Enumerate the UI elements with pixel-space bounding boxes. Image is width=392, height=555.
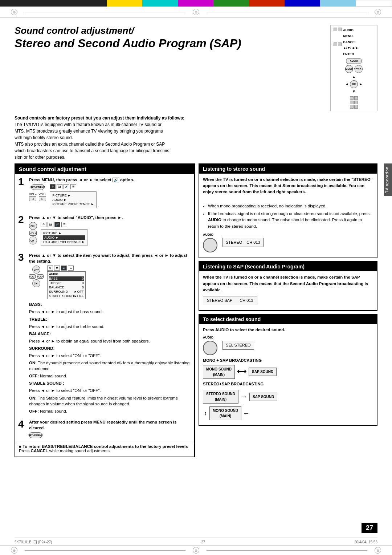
remote-menu-btn[interactable]: MENU: [345, 65, 353, 73]
icon3-4: ☰: [68, 266, 74, 271]
step-3-content: Press ▲ or ▼ to select the item you want…: [29, 252, 191, 416]
step-4-text: After your desired setting press MENU re…: [29, 420, 176, 430]
bottom-reg-left: ⊕: [11, 547, 17, 554]
bottom-reg-center: ⊕: [193, 547, 199, 554]
magenta-block: [178, 0, 213, 7]
step-2-menu: ⚙ 🖼 🔊 ☰ PICTURE ► AUDIO ► PICTURE PREFER…: [41, 222, 87, 247]
step-3-ch-down[interactable]: CH–: [32, 279, 40, 287]
settings-descriptions: BASS: Press ◄ or ► to adjust the bass so…: [29, 301, 191, 414]
right-column: Listening to stereo sound When the TV is…: [199, 163, 377, 457]
tv-operation-label: TV operation: [384, 163, 392, 196]
white-block: [356, 0, 392, 7]
menu-picture: PICTURE ►: [52, 193, 94, 198]
mono-sap-section: MONO + SAP BROADCASTING MONO SOUND(MAIN)…: [203, 357, 373, 379]
step-4-setup-btn[interactable]: SETUP/MENU: [29, 432, 42, 438]
stereo-audio-btn[interactable]: [203, 238, 217, 252]
step-4-content: After your desired setting press MENU re…: [29, 419, 191, 438]
select-sound-box: To select desired sound Press AUDIO to s…: [199, 314, 377, 426]
left-section-header: Sound control adjustment: [15, 164, 194, 174]
sel-stereo-display: SEL STEREO: [222, 341, 254, 350]
step-4-btn: SETUP/MENU: [29, 432, 191, 438]
step-4: 4 After your desired setting press MENU …: [15, 419, 194, 438]
stereo-bullets: When mono broadcasting is received, no i…: [203, 203, 373, 230]
stable-off: OFF:: [29, 409, 39, 413]
intro-line5: which broadcasters can use to transmit a…: [15, 147, 377, 154]
icon-4: ☰: [70, 184, 76, 189]
main-content: Sound control adjustment/ Stereo and Sec…: [0, 18, 392, 465]
sap-para1: When the TV is turned on or a channel se…: [203, 275, 368, 292]
top-color-bar: [0, 0, 392, 7]
setting-treble: TREBLE0: [49, 281, 84, 285]
remote-audio-btn[interactable]: AUDIO: [346, 58, 362, 64]
mono-sap-flow: MONO SOUND(MAIN) ⟷ SAP SOUND: [203, 365, 373, 379]
step-2-menu-screen: PICTURE ► AUDIO ► PICTURE PREFERENCE ►: [41, 229, 87, 246]
title-section: Sound control adjustment/ Stereo and Sec…: [15, 25, 377, 111]
icon-2: 🖼: [57, 184, 62, 189]
surround-off-desc: Normal sound.: [40, 374, 67, 378]
remote-enter-btn[interactable]: OK: [350, 80, 358, 88]
balance-desc: Press ◄ or ► to obtain an equal sound le…: [29, 338, 191, 344]
menu-picture-pref: PICTURE PREFERENCE ►: [52, 202, 94, 206]
step-1-content: Press MENU, then press ◄ or ► to select …: [29, 177, 191, 211]
lightblue-block: [320, 0, 356, 7]
stereo-sap-flow-top: STEREO SOUND(MAIN) → SAP SOUND: [203, 390, 373, 404]
stereo-para1: When the TV is turned on or a channel se…: [203, 177, 372, 194]
stereo-bullet-2: If the broadcast signal is not strong en…: [208, 211, 373, 230]
step-2-text: Press ▲ or ▼ to select "AUDIO", then pre…: [29, 215, 191, 220]
stereo-sap-flow-bottom: ↕ MONO SOUND(MAIN) ←: [203, 406, 373, 420]
menu2-picture-pref: PICTURE PREFERENCE ►: [43, 240, 85, 244]
intro-bold: Sound controls are factory preset but yo…: [15, 116, 184, 121]
title-italic: Sound control adjustment/: [15, 25, 323, 36]
footer: 5K70101B [E] (P24-27) 27 20/4/04, 15:53: [15, 538, 377, 544]
stereo-audio-display: AUDIO STEREO CH 013: [203, 232, 373, 253]
stable-desc1: Press ◄ or ► to select "ON" or "OFF".: [29, 388, 191, 393]
setting-stable: STABLE SOUND►OFF: [49, 294, 84, 298]
intro-line3: with high fidelity stereo sound.: [15, 134, 377, 141]
select-audio-btn[interactable]: [203, 341, 217, 355]
step-1-number: 1: [18, 177, 25, 187]
reg-mark-right: ⊕: [375, 9, 381, 15]
sel-stereo-text: SEL STEREO: [226, 342, 251, 348]
step-1: 1 Press MENU, then press ◄ or ► to selec…: [15, 177, 194, 211]
step-3-ch-up[interactable]: CH+: [32, 266, 40, 274]
bottom-note: ■ To return BASS/TREBLE/BALANCE control …: [15, 442, 194, 457]
mono-arrow-left: ←: [243, 409, 249, 418]
step-1-setup-btn[interactable]: SETUP/MENU: [31, 184, 44, 190]
step-1-remote: SETUP/MENU VOL– ◄ VOL+ ►: [29, 184, 46, 201]
stable-label: STABLE SOUND :: [29, 381, 64, 385]
menu2-audio: AUDIO ►: [43, 235, 85, 240]
step-2-content: Press ▲ or ▼ to select "AUDIO", then pre…: [29, 215, 191, 249]
stable-on-desc: The Stable Sound feature limits the high…: [29, 396, 178, 406]
bass-label: BASS:: [29, 302, 42, 307]
footer-left: 5K70101B [E] (P24-27): [15, 540, 52, 544]
green-block: [213, 0, 249, 7]
remote-cancel-btn[interactable]: CANCEL: [355, 65, 363, 73]
setting-bass: BASS0: [49, 276, 84, 281]
mono-sound-main: MONO SOUND(MAIN): [203, 365, 235, 379]
step-3-menu: ⚙ 🖼 🔊 ☰ AUDIO BASS0 TREBLE0 BALANCE0 SUR: [47, 266, 86, 299]
icon3-2: 🖼: [54, 266, 60, 271]
surround-label: SURROUND:: [29, 346, 54, 351]
reg-mark-center: ⊕: [193, 9, 199, 15]
sap-stereo-sap: STEREO SAP: [207, 297, 232, 304]
sap-header: Listening to SAP (Second Audio Program): [199, 262, 377, 271]
mono-sap-title: MONO + SAP BROADCASTING: [203, 357, 373, 364]
title-text: Sound control adjustment/ Stereo and Sec…: [15, 25, 323, 50]
surround-desc1: Press ◄ or ► to select "ON" or "OFF".: [29, 353, 191, 358]
red-block: [249, 0, 285, 7]
intro-text: Sound controls are factory preset but yo…: [15, 115, 377, 161]
sap-channel-display: STEREO SAP CH 013: [203, 296, 373, 305]
step-2-ch-down[interactable]: CH–: [29, 236, 37, 244]
step-3-remote: CH+ VOL– VOL+ CH–: [29, 266, 44, 287]
setting-surround: SURROUND►OFF: [49, 289, 84, 294]
surround-on-desc: The dynamic presence and sound created o…: [29, 361, 189, 371]
step-2-ch-up[interactable]: CH+: [29, 222, 37, 230]
treble-label: TREBLE:: [29, 317, 47, 321]
step-2-remote: CH+ VOL+ CH–: [29, 222, 37, 244]
stereo-sap-flow: STEREO SOUND(MAIN) → SAP SOUND ↕ MONO SO…: [203, 388, 373, 420]
step-3-text: Press ▲ or ▼ to select the item you want…: [29, 252, 191, 264]
sap-box: Listening to SAP (Second Audio Program) …: [199, 261, 377, 311]
icon-1: ⚙: [50, 184, 56, 189]
icon-3: 🔊: [64, 184, 69, 189]
remote-menu-label: MENU: [343, 33, 359, 39]
